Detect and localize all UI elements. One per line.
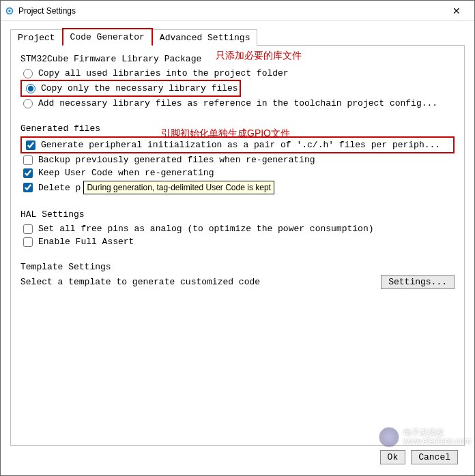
close-icon: ✕ bbox=[452, 5, 461, 16]
check-free-pins-analog-label: Set all free pins as analog (to optimize… bbox=[38, 224, 373, 234]
cancel-button[interactable]: Cancel bbox=[411, 450, 458, 464]
check-free-pins-analog-input[interactable] bbox=[23, 224, 33, 234]
radio-copy-necessary-input[interactable] bbox=[26, 84, 35, 93]
tab-code-generator[interactable]: Code Generator bbox=[62, 28, 153, 46]
annotation-gpio: 引脚初始化单独生成GPIO文件 bbox=[161, 128, 290, 140]
template-row: Select a template to generate customized… bbox=[20, 275, 455, 289]
radio-copy-all-label: Copy all used libraries into the project… bbox=[38, 68, 289, 78]
window-title: Project Settings bbox=[18, 6, 443, 16]
check-keep-user-code[interactable]: Keep User Code when re-generating bbox=[20, 166, 455, 179]
check-keep-user-code-input[interactable] bbox=[23, 168, 33, 178]
radio-copy-necessary-label: Copy only the necessary library files bbox=[41, 83, 238, 93]
group-template-settings: Template Settings Select a template to g… bbox=[20, 261, 455, 289]
tab-project[interactable]: Project bbox=[10, 29, 63, 46]
radio-copy-necessary[interactable]: Copy only the necessary library files bbox=[23, 82, 238, 95]
check-backup-label: Backup previously generated files when r… bbox=[38, 155, 315, 165]
titlebar: Project Settings ✕ bbox=[1, 1, 474, 21]
check-keep-user-code-label: Keep User Code when re-generating bbox=[38, 168, 214, 178]
radio-copy-all-input[interactable] bbox=[23, 69, 33, 78]
svg-point-1 bbox=[8, 10, 11, 12]
dialog-footer: Ok Cancel bbox=[10, 446, 465, 470]
tab-strip: Project Code Generator Advanced Settings bbox=[10, 28, 465, 46]
radio-copy-all[interactable]: Copy all used libraries into the project… bbox=[20, 67, 455, 80]
check-full-assert-input[interactable] bbox=[23, 237, 33, 247]
check-full-assert-label: Enable Full Assert bbox=[38, 237, 134, 247]
check-delete[interactable]: Delete p During generation, tag-delimite… bbox=[20, 179, 455, 196]
group-hal-settings: HAL Settings Set all free pins as analog… bbox=[20, 208, 455, 248]
tooltip-user-code: During generation, tag-delimited User Co… bbox=[83, 181, 274, 194]
group-title-template: Template Settings bbox=[20, 262, 455, 272]
check-backup-input[interactable] bbox=[23, 155, 33, 165]
close-button[interactable]: ✕ bbox=[443, 1, 470, 20]
radio-add-reference-input[interactable] bbox=[23, 99, 33, 108]
app-icon bbox=[5, 6, 14, 16]
check-delete-label-prefix: Delete p bbox=[38, 183, 81, 193]
highlight-copy-necessary: Copy only the necessary library files bbox=[20, 80, 241, 97]
tab-pane: 只添加必要的库文件 STM32Cube Firmware Library Pac… bbox=[10, 45, 465, 446]
check-generate-pair-label: Generate peripheral initialization as a … bbox=[41, 140, 440, 150]
radio-add-reference[interactable]: Add necessary library files as reference… bbox=[20, 97, 455, 110]
check-generate-pair-input[interactable] bbox=[26, 140, 35, 150]
annotation-lib: 只添加必要的库文件 bbox=[216, 50, 302, 62]
template-settings-button[interactable]: Settings... bbox=[381, 275, 455, 289]
template-desc: Select a template to generate customized… bbox=[20, 277, 260, 287]
check-full-assert[interactable]: Enable Full Assert bbox=[20, 235, 455, 248]
group-title-hal: HAL Settings bbox=[20, 209, 455, 220]
check-delete-input[interactable] bbox=[23, 183, 33, 192]
tab-advanced-settings[interactable]: Advanced Settings bbox=[152, 29, 258, 46]
content-area: Project Code Generator Advanced Settings… bbox=[1, 21, 474, 475]
check-free-pins-analog[interactable]: Set all free pins as analog (to optimize… bbox=[20, 222, 455, 235]
ok-button[interactable]: Ok bbox=[380, 450, 406, 464]
check-backup[interactable]: Backup previously generated files when r… bbox=[20, 153, 455, 166]
radio-add-reference-label: Add necessary library files as reference… bbox=[38, 98, 437, 108]
check-generate-pair[interactable]: Generate peripheral initialization as a … bbox=[23, 138, 452, 151]
dialog-window: Project Settings ✕ Project Code Generato… bbox=[0, 0, 475, 476]
